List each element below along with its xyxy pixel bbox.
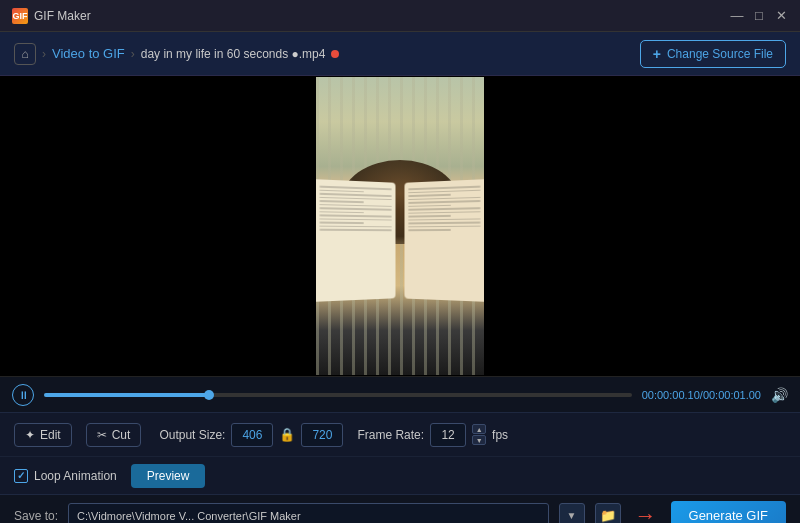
save-label: Save to: [14, 509, 58, 523]
frame-rate-group: Frame Rate: ▲ ▼ fps [357, 423, 508, 447]
breadcrumb-filename: day in my life in 60 seconds ●.mp4 [141, 47, 339, 61]
frame-rate-spinner: ▲ ▼ [472, 424, 486, 445]
loop-label: Loop Animation [34, 469, 117, 483]
edit-icon: ✦ [25, 428, 35, 442]
app-icon: GIF [12, 8, 28, 24]
output-size-group: Output Size: 🔒 [159, 423, 343, 447]
edit-button[interactable]: ✦ Edit [14, 423, 72, 447]
breadcrumb-sep1: › [42, 47, 46, 61]
lock-icon[interactable]: 🔒 [279, 427, 295, 443]
progress-track[interactable] [44, 393, 632, 397]
height-input[interactable] [301, 423, 343, 447]
progress-thumb[interactable] [204, 390, 214, 400]
width-input[interactable] [231, 423, 273, 447]
save-path-display: C:\Vidmore\Vidmore V... Converter\GIF Ma… [68, 503, 548, 524]
change-source-button[interactable]: + Change Source File [640, 40, 786, 68]
title-bar-left: GIF GIF Maker [12, 8, 91, 24]
app-title: GIF Maker [34, 9, 91, 23]
loop-bar: ✓ Loop Animation Preview [0, 456, 800, 494]
options-bar: ✦ Edit ✂ Cut Output Size: 🔒 Frame Rate: … [0, 412, 800, 456]
video-frame [316, 77, 484, 375]
window-controls: — □ ✕ [730, 9, 788, 23]
recording-dot [331, 50, 339, 58]
home-button[interactable]: ⌂ [14, 43, 36, 65]
breadcrumb: ⌂ › Video to GIF › day in my life in 60 … [14, 43, 339, 65]
time-display: 00:00:00.10/00:00:01.00 [642, 389, 761, 401]
frame-rate-label: Frame Rate: [357, 428, 424, 442]
book-right-page [405, 180, 484, 303]
loop-checkbox[interactable]: ✓ [14, 469, 28, 483]
path-dropdown-button[interactable]: ▼ [559, 503, 585, 524]
video-area [0, 76, 800, 376]
loop-animation-group: ✓ Loop Animation [14, 469, 117, 483]
playback-controls: ⏸ 00:00:00.10/00:00:01.00 🔊 [0, 376, 800, 412]
close-button[interactable]: ✕ [774, 9, 788, 23]
folder-icon: 📁 [600, 508, 616, 523]
cut-button[interactable]: ✂ Cut [86, 423, 142, 447]
maximize-button[interactable]: □ [752, 9, 766, 23]
breadcrumb-sep2: › [131, 47, 135, 61]
preview-button[interactable]: Preview [131, 464, 206, 488]
book-left-page [316, 180, 395, 303]
plus-icon: + [653, 46, 661, 62]
spinner-up-button[interactable]: ▲ [472, 424, 486, 434]
arrow-right-icon: → [635, 503, 657, 524]
output-size-label: Output Size: [159, 428, 225, 442]
folder-browse-button[interactable]: 📁 [595, 503, 621, 524]
generate-gif-button[interactable]: Generate GIF [671, 501, 786, 524]
save-bar: Save to: C:\Vidmore\Vidmore V... Convert… [0, 494, 800, 523]
home-icon: ⌂ [21, 47, 28, 61]
volume-icon[interactable]: 🔊 [771, 387, 788, 403]
spinner-down-button[interactable]: ▼ [472, 435, 486, 445]
progress-fill [44, 393, 209, 397]
minimize-button[interactable]: — [730, 9, 744, 23]
dropdown-icon: ▼ [567, 510, 577, 521]
pause-button[interactable]: ⏸ [12, 384, 34, 406]
cut-icon: ✂ [97, 428, 107, 442]
toolbar: ⌂ › Video to GIF › day in my life in 60 … [0, 32, 800, 76]
frame-rate-input[interactable] [430, 423, 466, 447]
title-bar: GIF GIF Maker — □ ✕ [0, 0, 800, 32]
video-thumbnail [316, 77, 484, 375]
fps-label: fps [492, 428, 508, 442]
breadcrumb-section[interactable]: Video to GIF [52, 46, 125, 61]
checkbox-check-icon: ✓ [17, 470, 25, 481]
